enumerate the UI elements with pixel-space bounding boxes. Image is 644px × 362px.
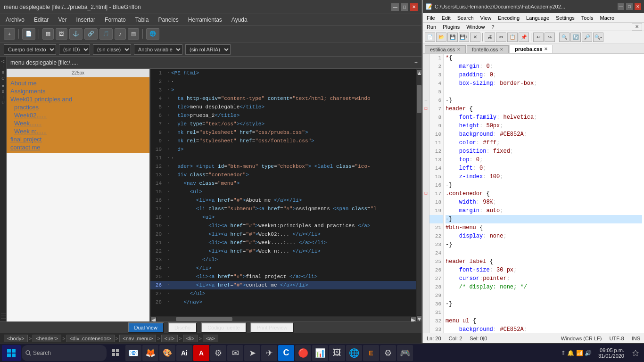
taskbar-app-ai[interactable]: Ai bbox=[176, 345, 192, 361]
task-view-btn[interactable] bbox=[107, 345, 124, 361]
breadcrumb-body[interactable]: <body> bbox=[4, 335, 28, 342]
breadcrumb-nav[interactable]: <nav .menu> bbox=[119, 335, 156, 342]
menu-insertar[interactable]: Insertar bbox=[74, 16, 97, 24]
npp-zoomin-btn[interactable]: 🔎 bbox=[582, 33, 592, 42]
breadcrumb-header[interactable]: <header> bbox=[33, 335, 61, 342]
minimize-button[interactable]: — bbox=[391, 3, 399, 11]
npp-maximize-btn[interactable]: □ bbox=[626, 3, 633, 10]
scroll-down-btn[interactable]: ▼ bbox=[417, 316, 421, 321]
npp-css-content[interactable]: *{ margin: 0; padding: 0; box-sizing: bo… bbox=[444, 54, 644, 333]
npp-tab-estilica-close[interactable]: ✕ bbox=[457, 47, 461, 52]
nav-item-contact[interactable]: contact me bbox=[10, 143, 146, 151]
taskbar-app-image[interactable]: 🖼 bbox=[329, 345, 345, 361]
npp-open-btn[interactable]: 📂 bbox=[436, 33, 446, 42]
misc-button[interactable]: ▤ bbox=[128, 28, 139, 40]
taskbar-app-chart[interactable]: 📊 bbox=[312, 345, 328, 361]
left-panel-icon-3[interactable]: !! bbox=[2, 70, 4, 75]
menu-herramientas[interactable]: Herramientas bbox=[186, 16, 224, 24]
nav-item-assignments[interactable]: Assignments bbox=[10, 87, 146, 95]
taskbar-app-arrow[interactable]: ➤ bbox=[244, 345, 260, 361]
globe-button[interactable]: 🌐 bbox=[146, 28, 159, 40]
breadcrumb-a[interactable]: <a> bbox=[203, 335, 218, 342]
npp-replace-btn[interactable]: 🔄 bbox=[570, 33, 581, 42]
nav-item-week02[interactable]: Week02...... bbox=[10, 111, 146, 119]
npp-tab-prueba-close[interactable]: ✕ bbox=[544, 47, 548, 51]
scroll-left-btn[interactable]: ◀ bbox=[151, 317, 156, 321]
npp-language[interactable]: Language bbox=[524, 14, 551, 22]
taskbar-clock[interactable]: 09:05 p.m. 31/01/2020 bbox=[594, 347, 628, 359]
horizontal-scrollbar[interactable]: ◀ ▶ bbox=[150, 316, 416, 321]
npp-settings[interactable]: Settings bbox=[554, 14, 577, 22]
nav-item-weekn[interactable]: Week n:...... bbox=[10, 127, 146, 135]
class-select[interactable]: (sin clase) bbox=[93, 44, 131, 55]
new-doc-button[interactable]: 📄 bbox=[22, 28, 35, 40]
taskbar-search[interactable]: Search bbox=[22, 345, 107, 361]
h-scrollbar-thumb[interactable] bbox=[176, 317, 232, 321]
taskbar-app-e[interactable]: E bbox=[363, 345, 379, 361]
npp-cut-btn[interactable]: ✂ bbox=[496, 33, 506, 42]
fold-6[interactable]: ─ bbox=[423, 96, 429, 105]
table-button[interactable]: ▦ bbox=[42, 28, 54, 40]
left-panel-icon-2[interactable]: ! bbox=[2, 65, 4, 69]
taskbar-app-mail[interactable]: ✉ bbox=[227, 345, 243, 361]
nav-item-week01[interactable]: Week01 principles and bbox=[10, 95, 146, 103]
npp-tab-estilica[interactable]: estilica.css ✕ bbox=[425, 45, 466, 53]
npp-find-btn[interactable]: 🔍 bbox=[559, 33, 570, 42]
menu-tabla[interactable]: Tabla bbox=[133, 16, 151, 24]
npp-edit[interactable]: Edit bbox=[440, 14, 453, 22]
breadcrumb-div[interactable]: <div .contenedor> bbox=[66, 335, 115, 342]
npp-close-panel-btn[interactable]: ✕ bbox=[632, 23, 642, 31]
taskbar-app-game[interactable]: 🎮 bbox=[397, 345, 413, 361]
npp-tools[interactable]: Tools bbox=[579, 14, 595, 22]
design-tab[interactable]: Diseño bbox=[168, 322, 197, 333]
taskbar-app-outlook[interactable]: 📧 bbox=[125, 345, 141, 361]
npp-undo-btn[interactable]: ↩ bbox=[533, 33, 544, 42]
npp-search[interactable]: Search bbox=[455, 14, 476, 22]
fold-7[interactable]: □ bbox=[423, 105, 429, 113]
systray-icons[interactable]: ⇑ 🔔 📶 🔊 bbox=[561, 350, 592, 356]
left-panel-icon-5[interactable]: ● bbox=[2, 83, 4, 88]
npp-close-btn[interactable]: ✕ bbox=[635, 3, 641, 10]
taskbar-app-acrobat[interactable]: A bbox=[193, 345, 209, 361]
menu-ayuda[interactable]: Ayuda bbox=[230, 16, 249, 24]
maximize-button[interactable]: □ bbox=[401, 3, 408, 11]
width-select[interactable]: Ancho variable bbox=[134, 44, 182, 55]
add-button[interactable]: + bbox=[4, 28, 15, 40]
menu-editar[interactable]: Editar bbox=[32, 16, 50, 24]
breadcrumb-li[interactable]: <li> bbox=[183, 335, 198, 342]
taskbar-app-sw[interactable]: ⚙ bbox=[210, 345, 226, 361]
npp-print-btn[interactable]: 🖨 bbox=[485, 33, 495, 42]
source-tab[interactable]: Código fuente bbox=[201, 322, 247, 333]
taskbar-app-plane[interactable]: ✈ bbox=[261, 345, 277, 361]
npp-save-all-btn[interactable]: 💾+ bbox=[459, 33, 469, 42]
taskbar-app-red[interactable]: 🔴 bbox=[295, 345, 311, 361]
scroll-right-btn[interactable]: ▶ bbox=[411, 317, 416, 321]
npp-help[interactable]: ? bbox=[489, 23, 496, 31]
body-select[interactable]: Cuerpo del texto bbox=[4, 44, 56, 55]
npp-run[interactable]: Run bbox=[425, 23, 438, 31]
taskbar-app-globe[interactable]: 🌐 bbox=[346, 345, 362, 361]
npp-zoomout-btn[interactable]: 🔍- bbox=[593, 33, 603, 42]
npp-minimize-btn[interactable]: — bbox=[618, 3, 624, 10]
menu-paneles[interactable]: Paneles bbox=[156, 16, 180, 24]
editor-add-icon[interactable]: + bbox=[414, 59, 418, 66]
link-button[interactable]: 🔗 bbox=[84, 28, 98, 40]
left-panel-icon-8[interactable]: U bbox=[1, 100, 5, 105]
v-scrollbar-thumb[interactable] bbox=[417, 85, 421, 113]
fold-1[interactable] bbox=[423, 54, 429, 62]
taskbar-app-c[interactable]: C bbox=[278, 345, 294, 361]
print-tab[interactable]: Print Preview bbox=[250, 322, 294, 333]
anchor-button[interactable]: ⚓ bbox=[69, 28, 83, 40]
aria-select[interactable]: (sin rol ARIA) bbox=[185, 44, 231, 55]
npp-copy-btn[interactable]: 📋 bbox=[507, 33, 518, 42]
menu-archivo[interactable]: Archivo bbox=[4, 16, 26, 24]
fold-17[interactable]: □ bbox=[423, 189, 429, 198]
fold-16[interactable]: ─ bbox=[423, 181, 429, 189]
npp-close-btn2[interactable]: ✕ bbox=[470, 33, 480, 42]
left-panel-icon-4[interactable]: C bbox=[1, 76, 5, 81]
npp-redo-btn[interactable]: ↪ bbox=[545, 33, 555, 42]
media-button[interactable]: 🎵 bbox=[99, 28, 113, 40]
npp-view[interactable]: View bbox=[479, 14, 494, 22]
note-button[interactable]: ♪ bbox=[115, 28, 126, 40]
npp-window[interactable]: Window bbox=[464, 23, 487, 31]
